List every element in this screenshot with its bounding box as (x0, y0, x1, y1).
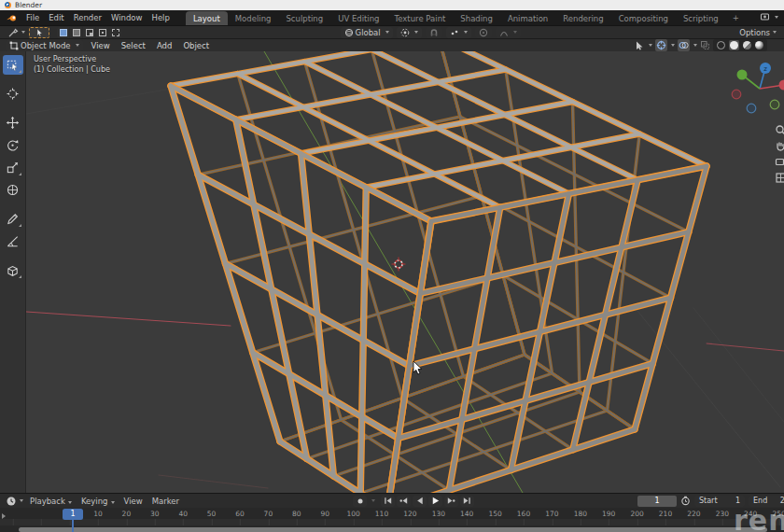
end-frame-field[interactable]: End 250 (749, 496, 784, 507)
timeline-menu-marker[interactable]: Marker (147, 495, 184, 508)
workspace-tab-texture-paint[interactable]: Texture Paint (387, 11, 454, 25)
rotate-icon (6, 138, 20, 152)
perspective-toggle-icon[interactable] (775, 172, 784, 184)
active-tool-preview-button[interactable] (29, 27, 49, 38)
workspace-tabs: LayoutModelingSculptingUV EditingTexture… (186, 10, 726, 25)
jump-to-end-button[interactable] (460, 496, 474, 507)
pivot-point-dropdown[interactable] (397, 27, 422, 38)
snap-settings-dropdown[interactable] (446, 27, 471, 38)
app-menu-edit[interactable]: Edit (44, 11, 68, 24)
scene-settings-icon[interactable] (760, 12, 770, 22)
shading-material-button[interactable] (743, 41, 751, 49)
proportional-falloff-dropdown[interactable] (496, 27, 521, 38)
workspace-tab-scripting[interactable]: Scripting (676, 11, 726, 25)
select-mode-intersect-button[interactable] (109, 27, 121, 38)
play-button[interactable] (428, 496, 442, 507)
transform-orientation-dropdown[interactable]: Global (341, 27, 393, 38)
tool-move-button[interactable] (3, 113, 23, 133)
viewport-menu-view[interactable]: View (86, 40, 116, 51)
workspace-tab-animation[interactable]: Animation (500, 11, 555, 25)
select-mode-invert-button[interactable] (96, 27, 108, 38)
use-preview-range-icon[interactable] (680, 496, 691, 506)
shading-solid-button[interactable] (729, 40, 739, 50)
prev-keyframe-button[interactable] (397, 496, 411, 507)
timeline-ruler-area[interactable]: 1020304050607080901001101201301401501601… (0, 508, 784, 532)
app-menu-render[interactable]: Render (69, 11, 106, 24)
window-title: Blender (15, 1, 42, 9)
gizmo-axis-x-positive[interactable] (779, 80, 784, 91)
viewport-canvas[interactable] (26, 51, 784, 493)
select-mode-extend-button[interactable] (70, 27, 82, 38)
axis-lines (26, 51, 784, 493)
workspace-tab-uv-editing[interactable]: UV Editing (330, 11, 386, 25)
ruler-tick-20: 20 (122, 510, 132, 518)
viewport-menu-add[interactable]: Add (151, 40, 177, 51)
viewport-3d[interactable]: User Perspective (1) Collection | Cube z (26, 51, 784, 493)
overlays-toggle-dropdown[interactable] (678, 39, 697, 51)
xray-icon (700, 40, 710, 50)
gizmo-axis-y-positive[interactable] (737, 70, 748, 80)
workspace-tab-layout[interactable]: Layout (186, 11, 228, 25)
app-menu-window[interactable]: Window (106, 11, 147, 24)
workspace-tab-sculpting[interactable]: Sculpting (278, 11, 330, 25)
shading-wireframe-button[interactable] (717, 41, 725, 49)
navigation-gizmo[interactable]: z (728, 55, 784, 122)
current-frame-scrubber[interactable]: 1 (63, 509, 83, 520)
tool-measure-button[interactable] (3, 231, 23, 251)
editor-type-dropdown[interactable] (6, 496, 23, 507)
workspace-tab-compositing[interactable]: Compositing (611, 11, 676, 25)
viewport-menu-object[interactable]: Object (177, 40, 215, 51)
window-titlebar[interactable]: Blender (0, 0, 784, 10)
blender-window: Blender FileEditRenderWindowHelp LayoutM… (0, 0, 784, 532)
tool-select-box-button[interactable] (3, 55, 23, 75)
select-mode-new-button[interactable] (57, 27, 69, 38)
tool-annotate-button[interactable] (3, 209, 23, 229)
ruler-tick-30: 30 (150, 510, 160, 518)
timeline-scrollbar[interactable] (19, 527, 767, 532)
zoom-icon[interactable] (775, 124, 784, 136)
select-mode-subtract-button[interactable] (83, 27, 95, 38)
tool-transform-button[interactable] (3, 180, 23, 200)
tool-add-cube-button[interactable] (3, 260, 23, 280)
app-menu-help[interactable]: Help (147, 11, 174, 24)
viewport-menu-select[interactable]: Select (116, 40, 151, 51)
camera-view-icon[interactable] (775, 156, 784, 168)
add-workspace-button[interactable]: + (728, 11, 744, 25)
lattice-cube-object (171, 51, 707, 493)
tool-rotate-button[interactable] (3, 135, 23, 155)
play-reverse-button[interactable] (413, 496, 427, 507)
start-frame-field[interactable]: Start 1 (694, 496, 745, 507)
snap-toggle-button[interactable] (426, 27, 442, 38)
gizmo-axis-x-negative[interactable] (732, 90, 741, 99)
orientation-globe-icon (344, 28, 354, 37)
tool-settings-bar: Global (0, 25, 784, 38)
gizmo-axis-y-negative[interactable] (770, 100, 779, 109)
mode-dropdown[interactable]: Object Mode (6, 40, 83, 51)
end-label: End (753, 497, 767, 505)
tool-cursor-button[interactable] (3, 84, 23, 104)
jump-to-start-button[interactable] (381, 496, 395, 507)
proportional-editing-button[interactable] (475, 27, 492, 38)
timeline-menu-view[interactable]: View (119, 495, 147, 508)
workspace-tab-modeling[interactable]: Modeling (228, 11, 279, 25)
blender-app-icon[interactable] (6, 14, 18, 22)
shading-rendered-button[interactable] (755, 41, 763, 49)
current-frame-field[interactable]: 1 (637, 496, 677, 507)
workspace-tab-rendering[interactable]: Rendering (555, 11, 610, 25)
ruler-tick-210: 210 (659, 510, 672, 518)
options-dropdown[interactable]: Options (739, 28, 777, 37)
auto-keying-button[interactable] (353, 496, 367, 507)
app-menu-file[interactable]: File (21, 11, 44, 24)
gizmos-toggle-dropdown[interactable] (655, 39, 675, 51)
timeline-menu-playback[interactable]: Playback (25, 495, 77, 508)
tool-scale-button[interactable] (3, 158, 23, 177)
workspace-tab-shading[interactable]: Shading (453, 11, 500, 25)
move-view-hand-icon[interactable] (775, 140, 784, 152)
tool-settings-dropdown[interactable] (7, 27, 25, 38)
timeline-menu-keying[interactable]: Keying (77, 495, 119, 508)
keyframe-strip[interactable] (0, 519, 784, 525)
object-type-visibility-dropdown[interactable] (635, 40, 652, 50)
ruler-tick-60: 60 (235, 510, 245, 518)
gizmo-axis-z-negative[interactable] (747, 104, 756, 113)
next-keyframe-button[interactable] (444, 496, 458, 507)
